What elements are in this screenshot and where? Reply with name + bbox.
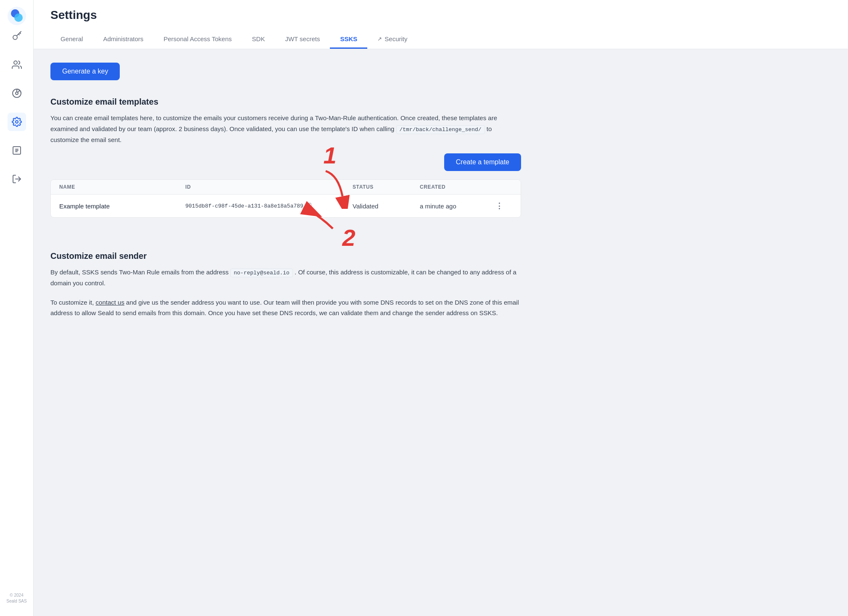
table-row: Example template 9015db8f-c98f-45de-a131…: [51, 195, 521, 217]
template-name: Example template: [59, 203, 185, 210]
external-link-icon: ↗: [377, 36, 382, 42]
more-options-icon[interactable]: ⋮: [495, 201, 503, 211]
tab-personal-access-tokens[interactable]: Personal Access Tokens: [153, 30, 242, 49]
tab-ssks[interactable]: SSKS: [330, 30, 367, 49]
copyright-text: © 2024Seald SAS: [6, 592, 26, 604]
tab-sdk-label: SDK: [252, 35, 265, 42]
page-title: Settings: [50, 8, 831, 22]
code-challenge-send: /tmr/back/challenge_send/: [396, 125, 485, 134]
tab-administrators[interactable]: Administrators: [93, 30, 153, 49]
customize-email-templates-section: Customize email templates You can create…: [50, 97, 521, 218]
svg-line-5: [20, 33, 21, 34]
tab-personal-access-tokens-label: Personal Access Tokens: [163, 35, 232, 42]
sidebar-item-analytics[interactable]: [8, 84, 26, 103]
col-header-actions: [495, 184, 512, 190]
tab-security-label: Security: [384, 35, 407, 42]
col-header-created: CREATED: [420, 184, 495, 190]
customize-email-sender-section: Customize email sender By default, SSKS …: [50, 251, 521, 319]
copy-id-icon[interactable]: ⎘: [307, 201, 313, 211]
table-annotation-container: NAME ID STATUS CREATED Example template …: [50, 179, 521, 218]
header: Settings General Administrators Personal…: [34, 0, 848, 49]
svg-line-6: [18, 34, 19, 35]
svg-line-11: [18, 90, 20, 92]
customize-email-sender-desc2: To customize it, contact us and give us …: [50, 297, 521, 319]
tab-general-label: General: [61, 35, 83, 42]
tab-security[interactable]: ↗ Security: [367, 30, 417, 49]
sidebar-item-keys[interactable]: [8, 27, 26, 45]
tab-administrators-label: Administrators: [103, 35, 143, 42]
tab-jwt-secrets-label: JWT secrets: [285, 35, 320, 42]
svg-point-2: [14, 13, 23, 22]
svg-point-12: [16, 121, 18, 123]
sidebar-nav: [8, 27, 26, 592]
col-header-status: STATUS: [353, 184, 420, 190]
tab-ssks-label: SSKS: [340, 35, 357, 42]
generate-key-button[interactable]: Generate a key: [50, 63, 120, 80]
tab-general[interactable]: General: [50, 30, 93, 49]
templates-table: NAME ID STATUS CREATED Example template …: [50, 179, 521, 218]
template-id: 9015db8f-c98f-45de-a131-8a8e18a5a789 ⎘: [185, 201, 353, 211]
customize-email-templates-title: Customize email templates: [50, 97, 521, 107]
tab-sdk[interactable]: SDK: [242, 30, 275, 49]
main-content: Settings General Administrators Personal…: [34, 0, 848, 616]
template-status: Validated: [353, 203, 420, 210]
contact-us-link[interactable]: contact us: [96, 299, 124, 306]
sender-desc-part3: To customize it,: [50, 299, 96, 306]
create-template-button[interactable]: Create a template: [444, 153, 521, 171]
annotation-2-number: 2: [342, 224, 355, 251]
customize-email-sender-desc1: By default, SSKS sends Two-Man Rule emai…: [50, 267, 521, 289]
sidebar-bottom: © 2024Seald SAS: [6, 592, 26, 609]
sidebar-item-logout[interactable]: [8, 170, 26, 188]
customize-email-templates-desc: You can create email templates here, to …: [50, 113, 521, 145]
template-created: a minute ago: [420, 203, 495, 210]
content-area: Generate a key Customize email templates…: [34, 49, 538, 349]
sidebar-item-settings[interactable]: [8, 113, 26, 131]
customize-email-sender-title: Customize email sender: [50, 251, 521, 261]
app-logo[interactable]: [8, 7, 26, 27]
col-header-id: ID: [185, 184, 353, 190]
sender-desc-part1: By default, SSKS sends Two-Man Rule emai…: [50, 269, 229, 276]
tabs-nav: General Administrators Personal Access T…: [50, 30, 831, 49]
template-actions[interactable]: ⋮: [495, 201, 512, 211]
code-noreply: no-reply@seald.io: [230, 269, 293, 277]
sidebar-item-users[interactable]: [8, 55, 26, 74]
tab-jwt-secrets[interactable]: JWT secrets: [275, 30, 330, 49]
sidebar: © 2024Seald SAS: [0, 0, 34, 616]
table-header-row: NAME ID STATUS CREATED: [51, 180, 521, 195]
col-header-name: NAME: [59, 184, 185, 190]
sidebar-item-logs[interactable]: [8, 141, 26, 160]
svg-point-7: [14, 61, 17, 64]
create-template-row: Create a template: [50, 153, 521, 171]
